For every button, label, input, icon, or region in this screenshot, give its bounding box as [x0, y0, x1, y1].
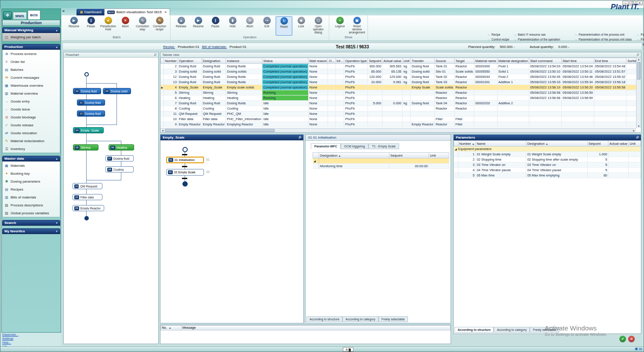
toolbar-button-resume[interactable]: ▶Resume: [65, 16, 82, 36]
app-tab-bos[interactable]: BOS: [28, 10, 40, 19]
tab-according-to-category[interactable]: According to category: [342, 316, 378, 322]
toolbar-button-release[interactable]: ▲Release: [173, 16, 189, 36]
sidebar-item-goods-relocation[interactable]: ⇄Goods relocation: [3, 129, 60, 137]
sidebar-item-booking-key[interactable]: ✦Booking key: [3, 169, 60, 177]
flow-end-node[interactable]: [84, 216, 89, 220]
messages-no-column-header[interactable]: No. ▲: [160, 325, 182, 330]
toolbar-button-open-operator-dialog[interactable]: ▢Open operator dialog: [310, 16, 327, 36]
legend-item-parameterization-of-the-target-process-unit[interactable]: →Parameterization of the target process …: [637, 38, 644, 41]
scroll-up-icon[interactable]: ▲: [637, 58, 640, 61]
flow-node-07-dosing-fluid[interactable]: 07Dosing fluid: [106, 155, 134, 161]
flow-start-node[interactable]: [84, 72, 89, 77]
toolbar-button-preselection-hold[interactable]: ●Preselection Hold: [100, 16, 116, 36]
scroll-right-icon[interactable]: ►: [633, 129, 635, 132]
legend-item-parameterization-of-the-source-process-unit-class[interactable]: →Parameterization of the source process …: [637, 33, 644, 37]
sidebar-item-material-overview[interactable]: ▥Material overview: [3, 89, 60, 97]
toolbar-button-resume[interactable]: ▶Resume: [190, 16, 207, 36]
legend-item-control-recipe[interactable]: →Control recipe: [487, 38, 511, 41]
scroll-left-icon[interactable]: ◄: [161, 129, 164, 132]
sidebar-item-batches[interactable]: ▤Batches: [3, 66, 60, 73]
flow-node-11-qm-request[interactable]: 11QM Request: [73, 183, 102, 189]
table-row[interactable]: 505 Max time05 Max time emptying60: [454, 173, 641, 178]
flow-node-10-filler-data[interactable]: 10Filler data: [73, 194, 102, 200]
column-header-instance[interactable]: Instance: [226, 58, 262, 64]
section-header-my-favorites[interactable]: My favorites▼: [2, 228, 60, 234]
tab-according-to-structure[interactable]: According to structure: [306, 316, 342, 322]
sidebar-item-dosing-parameters[interactable]: ✱Dosing parameters: [3, 177, 60, 185]
sidebar-item-goods-issue[interactable]: ←Goods issue: [3, 105, 60, 113]
column-header-designation[interactable]: Designation▲: [319, 153, 389, 158]
legend-item-batch-it-resource-use[interactable]: →Batch iT resource use: [513, 33, 571, 37]
toolbar-button-reset[interactable]: ↻Reset: [276, 16, 292, 36]
column-header-designation[interactable]: Designation▲: [526, 141, 587, 147]
footer-link-diagnosis[interactable]: Diagnosis...: [2, 333, 18, 337]
es-node-01-initialisation[interactable]: 0101 Initialisation: [166, 157, 204, 163]
column-header-actual-value[interactable]: Actual value: [608, 141, 629, 147]
pin-icon[interactable]: ⚲: [153, 52, 157, 57]
table-row[interactable]: ◢: [313, 158, 449, 164]
sidebar-item-recipes[interactable]: ▤Recipes: [3, 185, 60, 193]
flow-node-03-dosing-solid[interactable]: 03Dosing solid: [103, 88, 131, 94]
footer-link-help[interactable]: Help...: [2, 341, 18, 345]
toolbar-button-abort[interactable]: ✕Abort: [241, 16, 258, 36]
flow-node-09-empty-reactor[interactable]: 09Empty Reactor: [73, 205, 104, 211]
legend-item-recipe[interactable]: →Recipe: [487, 33, 511, 37]
table-row[interactable]: 11QM RequestQM RequestPHC_QMIdleNonePhcF…: [161, 111, 641, 117]
table-row[interactable]: 10Filler dataFiller dataPHC_Filler_Infor…: [161, 117, 641, 122]
parameter-group-row[interactable]: ◢Equipment parameters: [454, 147, 641, 152]
tab-parameter-mfc[interactable]: Parameter-MFC: [311, 143, 341, 149]
table-row[interactable]: 7Dosing fluidDosing fluidDosing fluidsId…: [161, 101, 641, 106]
column-header-actual-value[interactable]: Actual value: [382, 58, 403, 64]
toolbar-button-lock[interactable]: ◆Lock: [293, 16, 309, 36]
sidebar-item-order-list[interactable]: ≡Order list: [3, 58, 60, 66]
sub-flow-end-node[interactable]: [182, 181, 188, 187]
connection-status-icon[interactable]: ▤: [639, 347, 642, 351]
column-header-inf[interactable]: Inf...: [335, 58, 344, 64]
column-header-name[interactable]: Name: [476, 141, 526, 147]
column-header-material-designation[interactable]: Material designation: [497, 58, 529, 64]
legend-item-parameterization-of-the-process-unit-class[interactable]: →Parameterization of the process unit cl…: [574, 38, 633, 41]
sidebar-item-goods-blockage[interactable]: ⊘Goods blockage: [3, 113, 60, 121]
column-header-operation[interactable]: Operation: [178, 58, 202, 64]
tab-batch-visualization[interactable]: BOS Batch visualization Test 0815 ✕: [104, 8, 170, 15]
column-header-transfer[interactable]: Transfer: [411, 58, 435, 64]
tab-according-to-category[interactable]: According to category: [494, 327, 530, 333]
table-row[interactable]: 202 Stopping time02 Stopping time after …: [454, 157, 641, 162]
sidebar-item-process-descriptions[interactable]: ▧Process descriptions: [3, 201, 60, 209]
column-header-number[interactable]: Number: [164, 58, 178, 64]
cancel-button[interactable]: ✕: [628, 336, 635, 342]
sidebar-item-warehouse-overview[interactable]: ▦Warehouse overview: [3, 81, 60, 89]
confirm-button[interactable]: ✔: [619, 336, 626, 342]
scrollbar-thumb[interactable]: [637, 62, 640, 80]
sidebar-item-weighing-per-batch[interactable]: ◫Weighing per batch: [3, 33, 60, 41]
sidebar-item-material-redeclaration[interactable]: ✎Material redeclaration: [3, 137, 60, 145]
legend-item-parameterization-of-the-operation[interactable]: →Parameterization of the operation: [513, 38, 571, 41]
column-header-setpoint[interactable]: Setpoint: [368, 58, 382, 64]
sidebar-item-materials[interactable]: ▦Materials: [3, 161, 60, 169]
flow-node-06-heating[interactable]: 06Heating: [109, 144, 134, 150]
sidebar-item-global-process-variables[interactable]: ▨Global process variables: [3, 209, 60, 217]
tab-t1-empty-scale[interactable]: T1 - Empty Scale: [368, 143, 399, 149]
user-status-icon[interactable]: ▣: [635, 347, 638, 351]
pin-icon[interactable]: ⚲: [298, 135, 302, 140]
es-node-02-empty-scale[interactable]: 0202 Empty Scale: [166, 169, 204, 176]
flow-node-02-dosing-fluid[interactable]: 02Dosing fluid: [73, 88, 101, 94]
legend-item-parameterization-of-the-process-unit[interactable]: →Parameterization of the process unit: [574, 33, 633, 37]
scroll-down-icon[interactable]: ▼: [637, 125, 640, 128]
toolbar-button-reset-window-arrangement[interactable]: ▣Reset window arrangement: [349, 16, 365, 36]
section-header-master-data[interactable]: Master data▲: [2, 156, 60, 161]
sub-flow-start-node[interactable]: [182, 147, 188, 152]
tab-dashboard[interactable]: ▦ Dashboard: [76, 9, 105, 15]
table-row[interactable]: ▶4Empty_ScaleEmpty_ScaleEmpty scale soli…: [161, 85, 641, 90]
flow-node-08-cooling[interactable]: 08Cooling: [106, 166, 134, 172]
table-row[interactable]: 303 Time Vibrator on03 Time Vibrator on5: [454, 162, 641, 168]
footer-link-settings[interactable]: Settings: [2, 337, 18, 341]
sidebar-item-inventory[interactable]: ☰Inventory: [3, 145, 60, 153]
sidebar-item-process-screens[interactable]: ⊞Process screens: [3, 50, 60, 58]
column-header-start-time[interactable]: Start time: [561, 58, 594, 64]
column-header-operation-type[interactable]: Operation type: [344, 58, 368, 64]
flow-node-05-stirring[interactable]: 05Stirring: [73, 144, 98, 150]
table-row[interactable]: Monitoring time00:00:00: [313, 164, 449, 169]
column-header-designation[interactable]: Designation: [202, 58, 226, 64]
toolbar-button-pause[interactable]: ∥Pause: [83, 16, 99, 36]
